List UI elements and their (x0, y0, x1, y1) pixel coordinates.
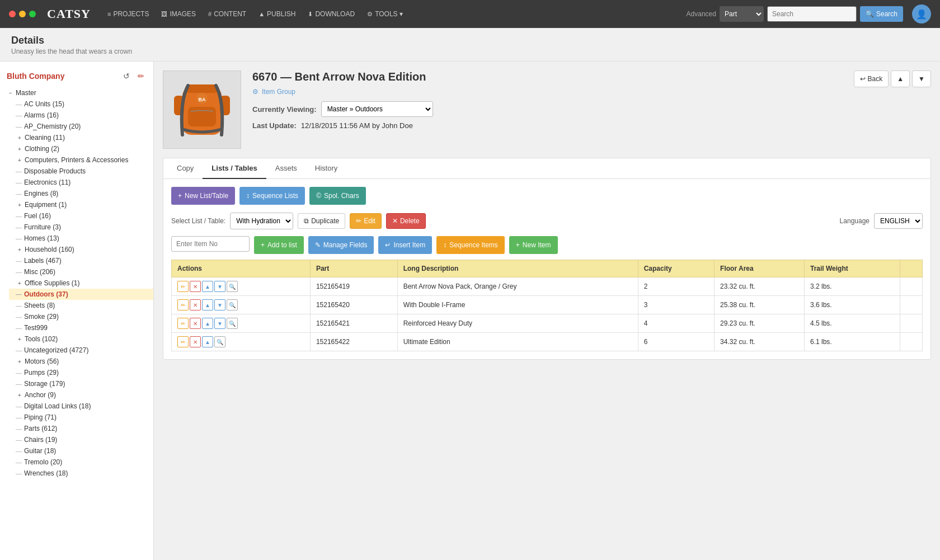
spol-chars-button[interactable]: © Spol. Chars (309, 187, 366, 205)
tree-item-computers[interactable]: + Computers, Printers & Accessories (9, 154, 153, 166)
tree-item-anchor[interactable]: + Anchor (9) (9, 389, 153, 401)
nav-item-download[interactable]: ⬇ DOWNLOAD (302, 7, 360, 21)
list-table-select[interactable]: With Hydration Standard Extended (230, 213, 293, 229)
tab-copy[interactable]: Copy (168, 158, 203, 179)
tree-label-alarms: Alarms (16) (24, 111, 59, 119)
tree-item-equipment[interactable]: + Equipment (1) (9, 199, 153, 210)
row-delete-button[interactable]: ✕ (190, 318, 201, 329)
row-down-button[interactable]: ▼ (214, 281, 225, 292)
currently-viewing-select[interactable]: Master » Outdoors (321, 101, 433, 117)
back-button[interactable]: ↩ Back (854, 70, 889, 87)
tree-label-equipment: Equipment (1) (25, 201, 67, 209)
tab-assets[interactable]: Assets (266, 158, 306, 179)
tree-item-clothing[interactable]: + Clothing (2) (9, 143, 153, 154)
delete-button[interactable]: ✕ Delete (386, 213, 426, 229)
tree-item-test999[interactable]: — Test999 (9, 322, 153, 333)
row-up-button[interactable]: ▲ (202, 299, 213, 310)
tree-item-wrenches[interactable]: — Wrenches (18) (9, 468, 153, 479)
row-edit-button[interactable]: ✏ (177, 299, 189, 310)
tree-item-master[interactable]: − Master (0, 87, 153, 98)
search-input[interactable] (767, 6, 857, 22)
tree-item-digital-load[interactable]: — Digital Load Links (18) (9, 401, 153, 412)
row-floor-area: 34.32 cu. ft. (715, 333, 805, 351)
row-delete-button[interactable]: ✕ (190, 281, 201, 292)
tree-item-household[interactable]: + Household (160) (9, 244, 153, 255)
tree-item-storage[interactable]: — Storage (179) (9, 378, 153, 389)
duplicate-button[interactable]: ⧉ Duplicate (298, 213, 345, 229)
row-down-button[interactable]: ▼ (214, 299, 225, 310)
add-to-list-button[interactable]: + Add to list (254, 236, 304, 254)
row-up-button[interactable]: ▲ (202, 336, 213, 347)
avatar[interactable]: 👤 (912, 4, 931, 23)
tree-item-pumps[interactable]: — Pumps (29) (9, 367, 153, 378)
tree-item-chairs[interactable]: — Chairs (19) (9, 434, 153, 445)
nav-item-tools[interactable]: ⚙ TOOLS ▾ (361, 7, 408, 21)
nav-down-button[interactable]: ▼ (912, 70, 931, 87)
language-select[interactable]: ENGLISH FRENCH SPANISH GERMAN (874, 213, 923, 229)
search-button[interactable]: 🔍 Search (860, 6, 903, 22)
tab-lists-tables[interactable]: Lists / Tables (203, 158, 266, 179)
nav-item-images[interactable]: 🖼 IMAGES (156, 7, 201, 21)
row-search-button[interactable]: 🔍 (227, 318, 238, 329)
tree-item-smoke[interactable]: — Smoke (29) (9, 311, 153, 322)
tree-item-fuel[interactable]: — Fuel (16) (9, 210, 153, 222)
row-delete-button[interactable]: ✕ (190, 336, 201, 347)
tree-item-parts[interactable]: — Parts (612) (9, 423, 153, 434)
tree-item-labels[interactable]: — Labels (467) (9, 255, 153, 266)
manage-fields-button[interactable]: ✎ Manage Fields (308, 236, 374, 254)
tree-item-office-supplies[interactable]: + Office Supplies (1) (9, 277, 153, 289)
tree-item-engines[interactable]: — Engines (8) (9, 188, 153, 199)
tree-item-sheets[interactable]: — Sheets (8) (9, 300, 153, 311)
tree-item-motors[interactable]: + Motors (56) (9, 356, 153, 367)
tree-item-piping[interactable]: — Piping (71) (9, 412, 153, 423)
tree-item-outdoors[interactable]: — Outdoors (37) (9, 289, 153, 300)
item-number-input[interactable] (171, 236, 250, 252)
row-search-button[interactable]: 🔍 (227, 281, 238, 292)
minimize-button[interactable] (19, 11, 26, 17)
nav-item-projects[interactable]: ≡ PROJECTS (102, 7, 154, 21)
tree-item-homes[interactable]: — Homes (13) (9, 233, 153, 244)
row-up-button[interactable]: ▲ (202, 318, 213, 329)
insert-item-button[interactable]: ↵ Insert Item (378, 236, 432, 254)
tree-item-ap-chemistry[interactable]: — AP_Chemistry (20) (9, 121, 153, 132)
tree-item-cleaning[interactable]: + Cleaning (11) (9, 132, 153, 143)
row-up-button[interactable]: ▲ (202, 281, 213, 292)
tree-item-disposable[interactable]: — Disposable Products (9, 166, 153, 177)
tree-item-alarms[interactable]: — Alarms (16) (9, 110, 153, 121)
close-button[interactable] (9, 11, 16, 17)
row-capacity: 6 (638, 333, 714, 351)
dash-icon: — (16, 302, 22, 309)
row-edit-button[interactable]: ✏ (177, 318, 189, 329)
tree-item-tools[interactable]: + Tools (102) (9, 333, 153, 345)
refresh-button[interactable]: ↺ (121, 70, 132, 82)
new-list-table-button[interactable]: + New List/Table (171, 187, 235, 205)
row-delete-button[interactable]: ✕ (190, 299, 201, 310)
sequence-items-button[interactable]: ↕ Sequence Items (436, 236, 505, 254)
tree-item-electronics[interactable]: — Electronics (11) (9, 177, 153, 188)
advanced-link[interactable]: Advanced (687, 10, 716, 18)
edit-button[interactable]: ✏ Edit (350, 213, 382, 229)
row-extra (900, 314, 922, 333)
row-down-button[interactable]: ▼ (214, 318, 225, 329)
nav-item-content[interactable]: # CONTENT (203, 7, 252, 21)
row-edit-button[interactable]: ✏ (177, 336, 189, 347)
nav-up-button[interactable]: ▲ (891, 70, 910, 87)
new-item-button[interactable]: + New Item (509, 236, 558, 254)
row-search-button[interactable]: 🔍 (227, 299, 238, 310)
sequence-lists-button[interactable]: ↕ Sequence Lists (239, 187, 305, 205)
tree-item-tremolo[interactable]: — Tremolo (20) (9, 457, 153, 468)
row-search-button[interactable]: 🔍 (214, 336, 225, 347)
tab-history[interactable]: History (306, 158, 346, 179)
tree-label-household: Household (160) (25, 246, 74, 253)
maximize-button[interactable] (29, 11, 36, 17)
tree-item-ac-units[interactable]: — AC Units (15) (9, 98, 153, 110)
tree-item-misc[interactable]: — Misc (206) (9, 266, 153, 277)
tree-item-furniture[interactable]: — Furniture (3) (9, 222, 153, 233)
dash-icon: — (16, 190, 22, 197)
edit-company-button[interactable]: ✏ (135, 70, 147, 82)
tree-item-uncategorized[interactable]: — Uncategorized (4727) (9, 345, 153, 356)
search-type-select[interactable]: Part Product Category (720, 6, 764, 22)
nav-item-publish[interactable]: ▲ PUBLISH (253, 7, 301, 21)
row-edit-button[interactable]: ✏ (177, 281, 189, 292)
tree-item-guitar[interactable]: — Guitar (18) (9, 445, 153, 457)
